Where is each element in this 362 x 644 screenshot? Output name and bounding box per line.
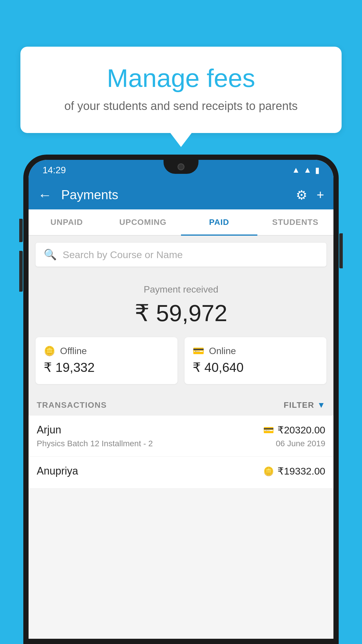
payment-summary: Payment received ₹ 59,972 [29,272,333,337]
app-bar-icons: ⚙ + [296,188,324,202]
app-bar: ← Payments ⚙ + [29,180,333,209]
offline-label: Offline [60,346,87,356]
online-card-header: 💳 Online [193,345,318,356]
online-icon: 💳 [193,345,204,356]
content-area: 🔍 Search by Course or Name Payment recei… [29,236,333,489]
power-button [339,233,343,268]
add-icon[interactable]: + [317,188,324,202]
volume-up-button [19,219,23,242]
volume-down-button [19,251,23,292]
transaction-date: 06 June 2019 [276,439,325,448]
transaction-name: Arjun [37,424,61,436]
cash-payment-icon: 🪙 [263,466,274,476]
notch [164,160,198,174]
transaction-bottom: Physics Batch 12 Installment - 2 06 June… [37,439,325,448]
online-label: Online [209,346,236,356]
phone-screen: 14:29 ▲ ▲ ▮ ← Payments ⚙ + UNPAID UPCOMI… [29,160,333,639]
search-input[interactable]: Search by Course or Name [63,249,183,260]
filter-icon: ▼ [317,400,325,410]
transactions-label: TRANSACTIONS [37,400,107,410]
front-camera [178,163,184,170]
transaction-course: Physics Batch 12 Installment - 2 [37,439,153,448]
bubble-title: Manage fees [35,64,327,92]
tab-students[interactable]: STUDENTS [257,209,334,235]
speech-bubble: Manage fees of your students and send re… [20,47,342,133]
transaction-amount-wrap: 🪙 ₹19332.00 [263,465,325,477]
online-amount: ₹ 40,640 [193,360,318,375]
payment-received-label: Payment received [34,284,328,295]
back-button[interactable]: ← [38,187,52,203]
phone-frame: 14:29 ▲ ▲ ▮ ← Payments ⚙ + UNPAID UPCOMI… [23,155,339,644]
tabs-bar: UNPAID UPCOMING PAID STUDENTS [29,209,333,236]
transaction-row[interactable]: Anupriya 🪙 ₹19332.00 [29,457,333,489]
status-icons: ▲ ▲ ▮ [292,165,319,175]
filter-label: FILTER [284,400,314,410]
transactions-header: TRANSACTIONS FILTER ▼ [29,393,333,416]
transaction-amount: ₹20320.00 [277,424,325,436]
battery-icon: ▮ [315,165,319,175]
payment-amount: ₹ 59,972 [34,300,328,327]
search-icon: 🔍 [44,249,57,261]
tab-unpaid[interactable]: UNPAID [29,209,105,235]
transaction-amount: ₹19332.00 [277,465,325,477]
offline-card: 🪙 Offline ₹ 19,332 [36,337,178,384]
transaction-top: Anupriya 🪙 ₹19332.00 [37,465,325,477]
wifi-icon: ▲ [292,165,300,175]
bubble-subtitle: of your students and send receipts to pa… [35,99,327,113]
transaction-top: Arjun 💳 ₹20320.00 [37,424,325,436]
online-card: 💳 Online ₹ 40,640 [184,337,326,384]
status-time: 14:29 [43,165,66,176]
tab-paid[interactable]: PAID [181,209,257,235]
card-payment-icon: 💳 [263,425,274,435]
transaction-amount-wrap: 💳 ₹20320.00 [263,424,325,436]
offline-amount: ₹ 19,332 [44,360,169,375]
search-bar[interactable]: 🔍 Search by Course or Name [36,243,326,267]
offline-icon: 🪙 [44,345,55,356]
settings-icon[interactable]: ⚙ [296,188,307,202]
transaction-name: Anupriya [37,465,78,477]
tab-upcoming[interactable]: UPCOMING [105,209,181,235]
payment-cards: 🪙 Offline ₹ 19,332 💳 Online ₹ 40,640 [29,337,333,393]
transaction-list: Arjun 💳 ₹20320.00 Physics Batch 12 Insta… [29,416,333,489]
signal-icon: ▲ [303,165,312,175]
page-title: Payments [61,188,287,202]
offline-card-header: 🪙 Offline [44,345,169,356]
filter-button[interactable]: FILTER ▼ [284,400,325,410]
transaction-row[interactable]: Arjun 💳 ₹20320.00 Physics Batch 12 Insta… [29,416,333,457]
